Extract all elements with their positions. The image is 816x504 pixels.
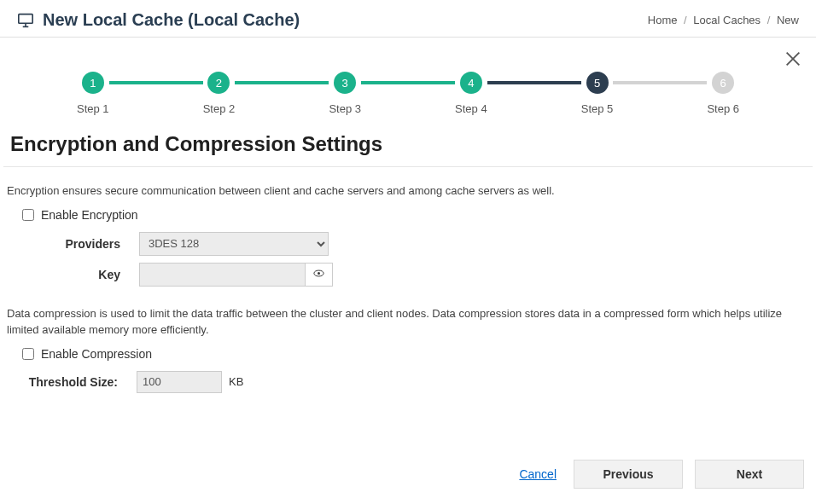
page-title: New Local Cache (Local Cache) xyxy=(43,10,300,30)
svg-rect-0 xyxy=(19,14,32,23)
key-label: Key xyxy=(7,268,139,281)
step-circle: 2 xyxy=(207,72,230,94)
threshold-unit: KB xyxy=(229,375,243,388)
encryption-desc: Encryption ensures secure communication … xyxy=(7,182,809,200)
enable-encryption-row[interactable]: Enable Encryption xyxy=(22,208,809,222)
next-button[interactable]: Next xyxy=(695,460,804,489)
breadcrumb-caches[interactable]: Local Caches xyxy=(693,14,761,26)
providers-select[interactable]: 3DES 128 xyxy=(139,232,329,256)
providers-row: Providers 3DES 128 xyxy=(7,232,809,256)
enable-compression-label: Enable Compression xyxy=(41,347,152,361)
threshold-row: Threshold Size: KB xyxy=(26,371,809,393)
content: Encryption ensures secure communication … xyxy=(0,167,816,405)
breadcrumb-sep: / xyxy=(767,14,771,26)
step-label: Step 6 xyxy=(707,102,739,115)
enable-encryption-label: Enable Encryption xyxy=(41,208,138,222)
svg-point-6 xyxy=(318,272,320,275)
header-left: New Local Cache (Local Cache) xyxy=(17,10,300,30)
monitor-icon xyxy=(17,13,34,28)
step-label: Step 1 xyxy=(77,102,109,115)
step-label: Step 4 xyxy=(455,102,487,115)
step-2[interactable]: 2 Step 2 xyxy=(203,72,236,115)
step-5[interactable]: 5 Step 5 xyxy=(581,72,614,115)
breadcrumb: Home / Local Caches / New xyxy=(648,14,799,26)
enable-compression-checkbox[interactable] xyxy=(22,348,34,360)
previous-button[interactable]: Previous xyxy=(574,460,683,489)
key-row: Key xyxy=(7,263,809,287)
wizard-stepper: 1 Step 1 2 Step 2 3 Step 3 4 Step 4 5 St… xyxy=(0,38,816,124)
step-connector xyxy=(613,81,707,84)
enable-compression-row[interactable]: Enable Compression xyxy=(22,347,809,361)
footer-actions: Cancel Previous Next xyxy=(519,460,804,489)
step-label: Step 2 xyxy=(203,102,236,115)
key-input-group xyxy=(139,263,333,287)
section-title: Encryption and Compression Settings xyxy=(3,124,813,167)
step-1[interactable]: 1 Step 1 xyxy=(77,72,109,115)
step-connector xyxy=(487,81,581,84)
step-circle: 5 xyxy=(586,72,609,94)
key-input[interactable] xyxy=(139,263,306,287)
enable-encryption-checkbox[interactable] xyxy=(22,209,34,221)
page-header: New Local Cache (Local Cache) Home / Loc… xyxy=(0,0,816,38)
breadcrumb-sep: / xyxy=(684,14,687,26)
reveal-key-button[interactable] xyxy=(306,263,333,287)
step-connector xyxy=(235,81,329,84)
breadcrumb-home[interactable]: Home xyxy=(648,14,678,26)
cancel-link[interactable]: Cancel xyxy=(519,467,557,481)
step-circle: 6 xyxy=(712,72,734,94)
step-connector xyxy=(361,81,455,84)
step-circle: 4 xyxy=(460,72,482,94)
eye-icon xyxy=(312,267,325,282)
threshold-label: Threshold Size: xyxy=(26,375,137,389)
step-4[interactable]: 4 Step 4 xyxy=(455,72,487,115)
providers-label: Providers xyxy=(7,237,139,251)
step-label: Step 3 xyxy=(329,102,361,115)
step-6[interactable]: 6 Step 6 xyxy=(707,72,739,115)
step-circle: 3 xyxy=(334,72,356,94)
step-connector xyxy=(109,81,203,84)
step-3[interactable]: 3 Step 3 xyxy=(329,72,361,115)
threshold-input[interactable] xyxy=(137,371,222,393)
compression-desc: Data compression is used to limit the da… xyxy=(7,305,809,339)
step-label: Step 5 xyxy=(581,102,614,115)
step-circle: 1 xyxy=(82,72,104,94)
breadcrumb-new: New xyxy=(777,14,799,26)
